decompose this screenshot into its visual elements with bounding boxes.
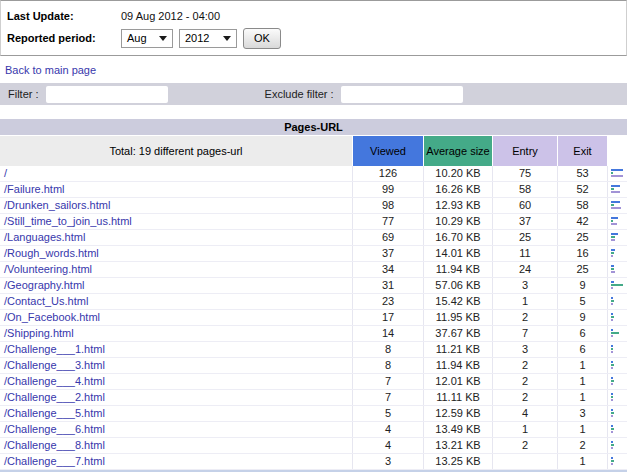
viewed-cell: 126 [352, 166, 423, 181]
table-row: /Challenge___3.html 8 11.94 KB 2 1 [0, 358, 627, 374]
exit-cell: 1 [557, 390, 607, 405]
month-select[interactable]: Aug [121, 29, 173, 48]
exit-cell: 3 [557, 406, 607, 421]
mini-bar-graph [607, 374, 627, 389]
table-row: /Drunken_sailors.html 98 12.93 KB 60 58 [0, 198, 627, 214]
page-url-link[interactable]: /Geography.html [4, 279, 85, 291]
page-url-link[interactable]: /Challenge___1.html [4, 343, 105, 355]
exit-cell: 9 [557, 310, 607, 325]
graph-column-header [607, 136, 627, 166]
url-cell: /On_Facebook.html [0, 310, 352, 325]
table-row: /Languages.html 69 16.70 KB 25 25 [0, 230, 627, 246]
exit-cell: 25 [557, 230, 607, 245]
page-url-link[interactable]: /Challenge___8.html [4, 439, 105, 451]
url-cell: /Languages.html [0, 230, 352, 245]
viewed-cell: 14 [352, 326, 423, 341]
entry-cell: 1 [492, 294, 557, 309]
entry-bar [611, 207, 621, 209]
table-row: /Challenge___1.html 8 11.21 KB 3 6 [0, 342, 627, 358]
viewed-bar [611, 425, 613, 427]
viewed-cell: 23 [352, 294, 423, 309]
mini-bar-graph [607, 438, 627, 453]
page-url-link[interactable]: /Failure.html [4, 183, 65, 195]
avg-size-bar [611, 332, 619, 334]
avg-size-cell: 12.01 KB [423, 374, 492, 389]
page-url-link[interactable]: / [4, 167, 7, 179]
page-url-link[interactable]: /Volunteering.html [4, 263, 92, 275]
page-url-link[interactable]: /Shipping.html [4, 327, 74, 339]
pages-url-table: Pages-URL Total: 19 different pages-url … [0, 119, 627, 470]
viewed-cell: 99 [352, 182, 423, 197]
entry-bar [611, 367, 613, 369]
mini-bar-graph [607, 166, 627, 181]
avg-size-cell: 16.26 KB [423, 182, 492, 197]
entry-bar [611, 223, 617, 225]
year-select[interactable]: 2012 [179, 29, 237, 48]
viewed-bar [611, 217, 618, 219]
page-url-link[interactable]: /On_Facebook.html [4, 311, 100, 323]
viewed-bar [611, 265, 614, 267]
page-url-link[interactable]: /Challenge___2.html [4, 391, 105, 403]
url-cell: / [0, 166, 352, 181]
page-url-link[interactable]: /Challenge___3.html [4, 359, 105, 371]
avg-size-cell: 11.95 KB [423, 310, 492, 325]
url-cell: /Challenge___3.html [0, 358, 352, 373]
mini-bar-graph [607, 198, 627, 213]
entry-cell: 37 [492, 214, 557, 229]
entry-cell: 2 [492, 358, 557, 373]
page-url-link[interactable]: /Rough_words.html [4, 247, 99, 259]
entry-bar [611, 415, 613, 417]
page-url-link[interactable]: /Challenge___4.html [4, 375, 105, 387]
mini-bar-graph [607, 406, 627, 421]
url-cell: /Challenge___1.html [0, 342, 352, 357]
avg-size-cell: 10.20 KB [423, 166, 492, 181]
page-url-link[interactable]: /Challenge___6.html [4, 423, 105, 435]
entry-cell: 11 [492, 246, 557, 261]
table-row: /Challenge___7.html 3 13.25 KB 1 [0, 454, 627, 470]
exit-cell: 52 [557, 182, 607, 197]
entry-cell: 2 [492, 374, 557, 389]
page-url-link[interactable]: /Challenge___5.html [4, 407, 105, 419]
avg-size-bar [611, 364, 614, 366]
page-url-link[interactable]: /Drunken_sailors.html [4, 199, 110, 211]
avg-size-cell: 14.01 KB [423, 246, 492, 261]
entry-cell: 1 [492, 422, 557, 437]
page-url-link[interactable]: /Challenge___7.html [4, 455, 105, 467]
filter-label: Filter : [8, 88, 39, 100]
table-row: /Volunteering.html 34 11.94 KB 24 25 [0, 262, 627, 278]
filter-input[interactable] [46, 86, 168, 103]
reported-period-label: Reported period: [7, 32, 121, 44]
avg-size-bar [611, 412, 614, 414]
back-link-row: Back to main page [0, 56, 627, 83]
exclude-filter-label: Exclude filter : [265, 88, 334, 100]
url-cell: /Challenge___7.html [0, 454, 352, 469]
viewed-cell: 3 [352, 454, 423, 469]
entry-cell: 2 [492, 390, 557, 405]
exit-cell: 1 [557, 374, 607, 389]
page-url-link[interactable]: /Contact_Us.html [4, 295, 88, 307]
mini-bar-graph [607, 326, 627, 341]
table-row: /Challenge___2.html 7 11.11 KB 2 1 [0, 390, 627, 406]
month-select-value: Aug [127, 32, 147, 44]
entry-bar [611, 319, 613, 321]
entry-bar [611, 271, 615, 273]
avg-size-bar [611, 300, 614, 302]
table-row: /Still_time_to_join_us.html 77 10.29 KB … [0, 214, 627, 230]
entry-cell: 3 [492, 278, 557, 293]
url-cell: /Challenge___8.html [0, 438, 352, 453]
entry-cell [492, 454, 557, 469]
table-row: /Challenge___6.html 4 13.49 KB 1 1 [0, 422, 627, 438]
page-url-link[interactable]: /Still_time_to_join_us.html [4, 215, 132, 227]
mini-bar-graph [607, 230, 627, 245]
ok-button[interactable]: OK [243, 28, 281, 49]
url-cell: /Shipping.html [0, 326, 352, 341]
exclude-filter-input[interactable] [341, 86, 463, 103]
year-select-value: 2012 [185, 32, 209, 44]
back-to-main-page-link[interactable]: Back to main page [5, 64, 96, 76]
entry-bar [611, 447, 613, 449]
exit-cell: 2 [557, 438, 607, 453]
avg-size-cell: 10.29 KB [423, 214, 492, 229]
table-row: /Failure.html 99 16.26 KB 58 52 [0, 182, 627, 198]
page-url-link[interactable]: /Languages.html [4, 231, 85, 243]
viewed-column-header: Viewed [352, 136, 423, 166]
